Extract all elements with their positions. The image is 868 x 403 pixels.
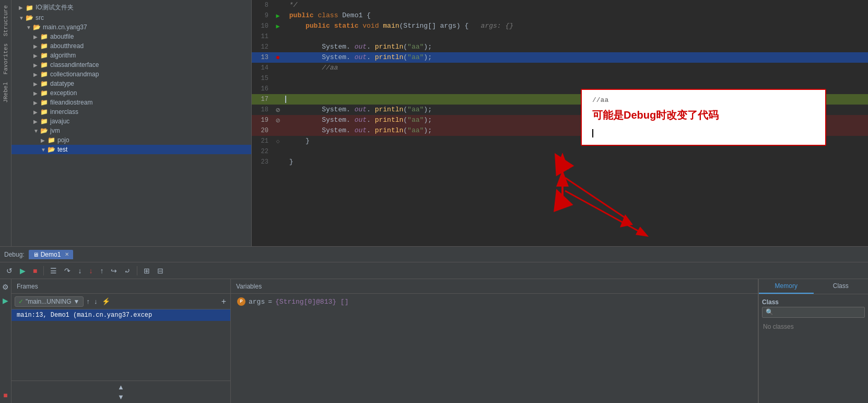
play-button[interactable]: ▶ [1, 295, 10, 306]
tree-item-label: jvm [50, 127, 60, 134]
tree-item[interactable]: ▼ 📂 test [11, 145, 251, 154]
tree-item[interactable]: ▶ 📁 datatype [11, 79, 251, 88]
monitor-icon: 🖥 [33, 251, 39, 258]
frames-title: Frames [17, 283, 38, 290]
breakpoint-icon[interactable]: ● [276, 53, 280, 62]
tree-item[interactable]: ▶ 📁 collectionandmap [11, 70, 251, 79]
tree-item-label: aboutfile [50, 33, 74, 40]
stop-side-button[interactable]: ■ [2, 389, 9, 401]
frame-up-button[interactable]: ↑ [86, 296, 91, 306]
code-line: 11 [252, 31, 868, 42]
view-breakpoints-button[interactable]: ☰ [48, 266, 59, 276]
force-step-into-button[interactable]: ↓ [87, 266, 95, 276]
jrebel-tab[interactable]: JRebel [2, 79, 10, 106]
line-number: 21 [252, 136, 273, 146]
line-gutter: ⊘ [273, 115, 283, 125]
right-tabs: Memory Class [759, 279, 868, 294]
tree-item[interactable]: ▶ 📁 aboutthread [11, 41, 251, 51]
arrow-icon: ▼ [41, 147, 46, 153]
bottom-panel: Debug: 🖥 Demo1 ✕ ↺ ▶ ■ ☰ ↷ ↓ ↓ ↑ ↪ ⤾ ⊞ ⊟ [0, 246, 868, 403]
arrow-icon: ▶ [33, 81, 39, 87]
memory-tab[interactable]: Memory [759, 279, 814, 294]
close-tab-icon[interactable]: ✕ [65, 251, 69, 257]
tree-item[interactable]: ▶ 📁 IO测试文件夹 [11, 2, 251, 13]
tree-item[interactable]: ▶ 📁 classandinterface [11, 60, 251, 70]
tree-item-label: exception [50, 89, 77, 97]
line-content [283, 31, 868, 42]
step-out-button[interactable]: ↑ [98, 266, 105, 276]
folder-icon: 📂 [26, 14, 33, 21]
tree-item[interactable]: ▼ 📂 main.cn.yang37 [11, 22, 251, 32]
line-gutter: ⊘ [273, 105, 283, 115]
settings-button[interactable]: ⚙ [1, 281, 10, 293]
line-gutter [273, 31, 283, 42]
frame-item[interactable]: main:13, Demo1 (main.cn.yang37.excep [11, 309, 230, 321]
arrow-icon: ▶ [33, 109, 39, 115]
code-line: 8 */ [252, 0, 868, 10]
line-number: 17 [252, 94, 273, 105]
arrow-icon: ▶ [33, 62, 39, 68]
line-content: System. out. println("aa"); [283, 52, 868, 63]
frames-table-button[interactable]: ⊞ [142, 266, 152, 276]
line-content: */ [283, 0, 868, 10]
tree-item[interactable]: ▶ 📁 algorithm [11, 51, 251, 60]
thread-check-icon: ✓ [18, 298, 24, 305]
rerun-button[interactable]: ↺ [4, 266, 15, 276]
arrow-icon: ▶ [33, 34, 39, 40]
class-search-input[interactable] [776, 309, 861, 316]
line-number: 18 [252, 105, 273, 115]
code-line: 13 ● System. out. println("aa"); [252, 52, 868, 63]
folder-icon: 📁 [40, 89, 48, 97]
tree-item-label: innerclass [50, 108, 78, 116]
tree-item[interactable]: ▼ 📂 src [11, 13, 251, 22]
add-frame-button[interactable]: + [220, 296, 227, 307]
resume-button[interactable]: ▶ [18, 266, 28, 276]
code-line: 14 //aa [252, 63, 868, 73]
folder-icon: 📂 [48, 146, 55, 153]
tree-item-label: IO测试文件夹 [36, 3, 74, 12]
disabled-breakpoint-icon[interactable]: ⊘ [276, 106, 280, 114]
filter-button[interactable]: ⚡ [101, 296, 111, 306]
frames-header: Frames [11, 279, 230, 294]
frames-list: main:13, Demo1 (main.cn.yang37.excep [11, 309, 230, 381]
stop-button[interactable]: ■ [31, 266, 39, 276]
right-panel: Memory Class Class 🔍 No classes [758, 279, 868, 403]
tree-item-label: aboutthread [50, 42, 84, 50]
tree-item[interactable]: ▼ 📂 jvm [11, 126, 251, 135]
tree-item[interactable]: ▶ 📁 javajuc [11, 117, 251, 126]
vertical-tabs-left: Structure Favorites JRebel [0, 0, 11, 246]
variables-panel: Variables P args = {String[0]@813} [] [231, 279, 758, 403]
arrow-icon: ▼ [19, 15, 24, 21]
favorites-tab[interactable]: Favorites [2, 40, 10, 77]
thread-selector[interactable]: ✓ "main...UNNING ▼ [15, 296, 84, 307]
class-tab[interactable]: Class [814, 279, 869, 294]
tree-item[interactable]: ▶ 📁 innerclass [11, 107, 251, 117]
tree-item[interactable]: ▶ 📁 pojo [11, 135, 251, 145]
frame-down-button[interactable]: ↓ [93, 296, 99, 306]
force-run-cursor-button[interactable]: ⤾ [122, 266, 133, 276]
scroll-up-button[interactable]: ▲ [116, 382, 125, 392]
line-number: 10 [252, 21, 273, 31]
tree-item[interactable]: ▶ 📁 fileandiostream [11, 98, 251, 107]
tree-item[interactable]: ▶ 📁 exception [11, 88, 251, 98]
step-into-button[interactable]: ↓ [76, 266, 84, 276]
threads-table-button[interactable]: ⊟ [155, 266, 166, 276]
step-over-button[interactable]: ↷ [62, 266, 73, 276]
disabled-breakpoint-icon[interactable]: ⊘ [276, 116, 280, 125]
line-number: 22 [252, 146, 273, 157]
folder-icon: 📂 [40, 127, 48, 134]
tooltip-cursor-line [592, 126, 815, 139]
folder-icon: 📁 [40, 108, 48, 116]
run-arrow-icon: ▶ [276, 22, 279, 30]
run-cursor-button[interactable]: ↪ [109, 266, 119, 276]
tree-item[interactable]: ▶ 📁 aboutfile [11, 32, 251, 41]
line-number: 12 [252, 42, 273, 52]
structure-tab[interactable]: Structure [2, 2, 10, 39]
line-gutter [273, 84, 283, 94]
variables-title: Variables [236, 283, 262, 290]
scroll-down-button[interactable]: ▼ [116, 392, 125, 402]
file-tree: ▶ 📁 IO测试文件夹 ▼ 📂 src ▼ 📂 main.cn.yang37 ▶… [11, 0, 252, 246]
debug-tab-demo1[interactable]: 🖥 Demo1 ✕ [29, 250, 74, 259]
tree-item-label: main.cn.yang37 [43, 24, 87, 31]
var-name: args [249, 298, 265, 306]
